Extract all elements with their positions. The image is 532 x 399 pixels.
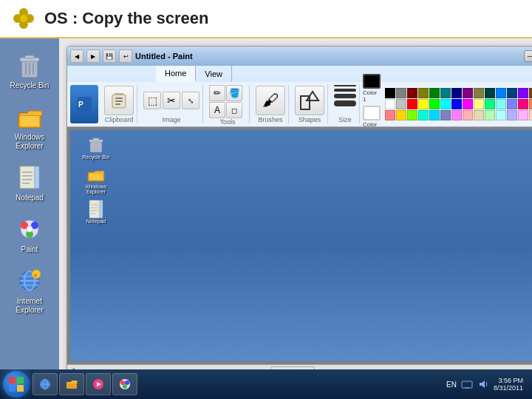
- palette-cell[interactable]: [518, 88, 528, 98]
- crop-button[interactable]: ✂: [163, 92, 180, 109]
- fill-button[interactable]: 🪣: [226, 85, 242, 101]
- select-button[interactable]: ⬚: [143, 92, 161, 109]
- minimize-button[interactable]: —: [524, 50, 532, 62]
- taskbar-media[interactable]: [86, 373, 111, 395]
- palette-cell[interactable]: [485, 99, 495, 109]
- notepad-icon: [15, 163, 44, 192]
- ie-label: Internet Explorer: [3, 297, 56, 315]
- palette-cell[interactable]: [529, 110, 532, 120]
- tab-view[interactable]: View: [196, 66, 232, 82]
- back-button[interactable]: ◀: [70, 50, 83, 63]
- size-2[interactable]: [334, 89, 356, 92]
- ribbon-bar: P: [67, 82, 532, 126]
- palette-cell[interactable]: [474, 99, 484, 109]
- svg-rect-52: [9, 377, 16, 383]
- pencil-button[interactable]: ✏: [209, 85, 225, 101]
- palette-cell[interactable]: [529, 88, 532, 98]
- desktop-icon-paint[interactable]: Paint: [0, 211, 59, 257]
- palette-cell[interactable]: [529, 99, 532, 109]
- size-buttons: [334, 85, 356, 116]
- paint-titlebar: ◀ ▶ 💾 ↩ Untitled - Paint — □ ✕: [67, 47, 532, 66]
- palette-cell[interactable]: [474, 88, 484, 98]
- palette-cell[interactable]: [451, 99, 462, 109]
- clipboard-label: Clipboard: [105, 116, 134, 123]
- size-4[interactable]: [334, 100, 356, 106]
- palette-cell[interactable]: [518, 99, 528, 109]
- canvas-explorer: Windows Explorer: [76, 166, 116, 194]
- taskbar-paint[interactable]: [112, 373, 137, 395]
- palette-cell[interactable]: [385, 99, 395, 109]
- desktop-icon-notepad[interactable]: Notepad: [0, 160, 59, 205]
- palette-cell[interactable]: [496, 110, 506, 120]
- palette-cell[interactable]: [385, 88, 395, 98]
- palette-cell[interactable]: [429, 88, 440, 98]
- palette-cell[interactable]: [507, 99, 517, 109]
- desktop-icon-ie[interactable]: e Internet Explorer: [0, 263, 59, 318]
- palette-cell[interactable]: [440, 110, 451, 120]
- palette-cell[interactable]: [496, 99, 506, 109]
- palette-cell[interactable]: [485, 88, 495, 98]
- palette-cell[interactable]: [429, 110, 440, 120]
- network-icon: [461, 378, 473, 390]
- palette-cell[interactable]: [496, 88, 506, 98]
- brush-selector[interactable]: 🖌: [256, 86, 285, 115]
- header-icon: [12, 7, 35, 30]
- size-1[interactable]: [334, 85, 356, 86]
- svg-rect-12: [20, 116, 39, 126]
- palette-cell[interactable]: [440, 88, 451, 98]
- svg-rect-54: [9, 385, 16, 392]
- paste-button[interactable]: [104, 86, 134, 115]
- paint-canvas[interactable]: Recycle Bin: [70, 130, 532, 361]
- color1-swatch: [363, 74, 381, 89]
- palette-cell[interactable]: [507, 88, 517, 98]
- resize-button[interactable]: ⤡: [182, 92, 200, 109]
- palette-cell[interactable]: [485, 110, 495, 120]
- color2-swatch: [363, 106, 381, 120]
- eraser-button[interactable]: ◻: [226, 102, 242, 118]
- text-button[interactable]: A: [209, 102, 225, 118]
- taskbar-folder[interactable]: [59, 373, 84, 395]
- start-button[interactable]: [3, 371, 30, 398]
- tab-home[interactable]: Home: [156, 66, 196, 82]
- palette-cell[interactable]: [507, 110, 517, 120]
- palette-cell[interactable]: [418, 88, 429, 98]
- palette-cell[interactable]: [407, 88, 417, 98]
- brush-buttons: 🖌: [256, 85, 285, 116]
- palette-cell[interactable]: [451, 88, 462, 98]
- svg-rect-13: [20, 166, 36, 188]
- colors-section: Color 1 Color 2: [363, 74, 532, 134]
- palette-cell[interactable]: [463, 99, 473, 109]
- palette-cell[interactable]: [407, 110, 417, 120]
- paint-label: Paint: [21, 245, 38, 254]
- tools-label: Tools: [219, 118, 235, 126]
- desktop-icon-explorer[interactable]: Windows Explorer: [0, 99, 59, 154]
- taskbar-ie[interactable]: [33, 373, 58, 395]
- shapes-selector[interactable]: [295, 86, 324, 115]
- palette-cell[interactable]: [518, 110, 528, 120]
- size-3[interactable]: [334, 94, 356, 98]
- palette-cell[interactable]: [451, 110, 462, 120]
- paint-menu-button[interactable]: P: [70, 85, 98, 123]
- palette-cell[interactable]: [463, 88, 473, 98]
- palette-cell[interactable]: [418, 99, 429, 109]
- palette-cell[interactable]: [418, 110, 429, 120]
- save-quick-button[interactable]: 💾: [103, 50, 116, 63]
- palette-cell[interactable]: [396, 99, 406, 109]
- image-tools: ⬚ ✂ ⤡: [143, 85, 200, 116]
- paint-title-controls: — □ ✕: [524, 50, 532, 62]
- undo-button[interactable]: ↩: [119, 50, 132, 63]
- svg-rect-14: [35, 166, 39, 188]
- forward-button[interactable]: ▶: [86, 50, 100, 63]
- palette-cell[interactable]: [474, 110, 484, 120]
- palette-cell[interactable]: [385, 110, 395, 120]
- taskbar-system-tray: EN 3:56 PM 8/31/2011: [440, 377, 529, 392]
- palette-cell[interactable]: [407, 99, 417, 109]
- desktop-icon-recycle[interactable]: Recycle Bin: [0, 47, 59, 93]
- palette-cell[interactable]: [396, 88, 406, 98]
- color1-selector[interactable]: Color 1: [363, 74, 381, 103]
- volume-icon: [477, 378, 489, 390]
- palette-cell[interactable]: [396, 110, 406, 120]
- palette-cell[interactable]: [463, 110, 473, 120]
- palette-cell[interactable]: [429, 99, 440, 109]
- palette-cell[interactable]: [440, 99, 451, 109]
